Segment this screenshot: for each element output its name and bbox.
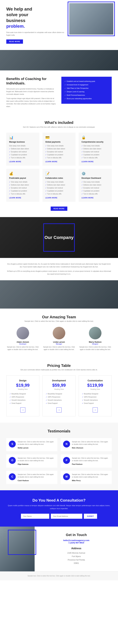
check-label-6: Boost your networking opportunities (67, 97, 92, 100)
team-desc-1: Sample text. Click to select the text bo… (42, 346, 76, 351)
features-grid: 📊 Manage business Give away more details… (6, 133, 112, 202)
plan-arrow-2[interactable]: → (93, 408, 98, 412)
plan-arrow-0[interactable]: → (20, 408, 25, 412)
hero-read-more-button[interactable]: READ MORE (6, 40, 23, 44)
consultation-name-input[interactable] (21, 514, 49, 519)
feature-item-2-2: ✓ Excepteur sint nostrud (82, 150, 109, 153)
plan-feature-2-1: ✓ 100% Responsive (82, 396, 108, 399)
plan-feature-2-0: ✓ Beautifully Designed (82, 392, 108, 396)
consultation-title: Do You Need A Consultation? (6, 498, 112, 502)
plan-arrow-1[interactable]: → (56, 408, 62, 412)
check-icon-5: ✓ (64, 94, 66, 97)
team-name-0: Adam Jonson (6, 341, 39, 343)
feature-item-0-4: ✓ Turn in ridiculus offic (9, 156, 36, 159)
plan-feature-2-2: ✓ Smooth Interactions (82, 399, 108, 402)
feature-item-2-0: ✓ Give away more details (82, 144, 109, 147)
feature-icon-2: 🔒 (82, 136, 109, 140)
testimonial-avatar-5: M (63, 473, 70, 480)
team-title: Our Amazing Team (6, 315, 112, 319)
plan-heading-1: Heading Here (46, 388, 72, 390)
contact-email[interactable]: hello@creativeagency.com (41, 539, 112, 542)
address-title: Address (41, 547, 112, 550)
feature-learn-more-3[interactable]: LEARN MORE (9, 197, 21, 199)
feature-card-4: 📝 Collaboration notes ✓ Give away more d… (42, 169, 76, 202)
feature-icon-1: 💳 (45, 136, 73, 140)
testimonial-name-5: Mike Perry (72, 480, 109, 482)
testimonial-card-2: O Sample text. Click to select the text … (6, 454, 58, 468)
testimonial-avatar-4: C (9, 473, 16, 480)
feature-learn-more-4[interactable]: LEARN MORE (45, 197, 58, 199)
feature-item-3-0: ✓ Give away more details (9, 180, 36, 184)
feature-card-2: 🔒 Comprehensive security ✓ Give away mor… (79, 133, 112, 166)
testimonials-title: Testimonials (6, 429, 112, 433)
benefits-desc2: Turpis egestas integer eget aliquet nibh… (6, 97, 57, 108)
feature-icon-3: 💰 (9, 172, 36, 176)
feature-item-4-4: ✓ Turn in ridiculus offic (45, 192, 73, 196)
pricing-card-1: Development $59,99 Heading Here ✓ Beauti… (42, 375, 76, 416)
testimonial-card-3: P Sample text. Click to select the text … (60, 454, 112, 468)
team-member-0: Adam Jonson Developer Sample text. Click… (6, 327, 39, 351)
testimonial-text-5: Sample text. Click to select the text bo… (72, 473, 109, 478)
feature-learn-more-1[interactable]: LEARN MORE (45, 161, 58, 162)
check-item-2: ✓ Increased level of engagement (64, 83, 108, 86)
feature-learn-more-2[interactable]: LEARN MORE (82, 161, 94, 162)
plan-feature-1-0: ✓ Beautifully Designed (46, 392, 72, 396)
hero-section: We help and solve your business problem.… (0, 0, 118, 50)
hero-image (69, 3, 113, 34)
pricing-title: Pricing Table (6, 364, 112, 368)
hero-title-line2: solve your (6, 12, 28, 17)
contact-phone[interactable]: 1 (224) 567-8910 (41, 542, 112, 544)
address-line3: Provence full Florida (68, 559, 85, 561)
photo-strip (0, 50, 118, 70)
check-icon: ✓ (64, 80, 66, 83)
testimonial-content-2: Sample text. Click to select the text bo… (18, 457, 55, 465)
testimonial-card-0: S Sample text. Click to select the text … (6, 438, 58, 451)
check-label-1: Establish and act toward achieving goals (67, 80, 95, 83)
feature-item-1-1: ✓ Dollores dum diam dolore (45, 147, 73, 150)
feature-list-0: Give away more details ✓ Dollores dum di… (9, 144, 36, 159)
plan-feature-0-1: ✓ 100% Responsive (10, 396, 36, 399)
feature-list-4: ✓ Give away more details ✓ Dollores dum … (45, 180, 73, 196)
our-team-section: Our Amazing Team Sample text. Click to s… (0, 308, 118, 357)
testimonial-name-2: Olga Ivanova (18, 463, 55, 465)
team-role-1: Manager (42, 343, 76, 345)
read-more-center: READ MORE (6, 206, 112, 211)
check-icon-6: ✓ (64, 97, 66, 100)
feature-item-1-3: ✓ Cupidatat non proident (45, 153, 73, 156)
whats-included-section: What's included Get 10+ features out of … (0, 114, 118, 217)
testimonial-content-3: Sample text. Click to select the text bo… (72, 457, 109, 465)
plan-name-0: Design (10, 379, 36, 382)
consultation-submit-button[interactable]: SUBMIT (84, 514, 97, 519)
hero-title-blue: problem. (6, 24, 25, 28)
team-member-1: Linda Larson Manager Sample text. Click … (42, 327, 76, 351)
consultation-email-input[interactable] (51, 514, 82, 519)
testimonial-name-1: Nick Jhonson (72, 447, 109, 449)
feature-item-2-1: ✓ Dollores dum diam dolore (82, 147, 109, 150)
benefits-right: ✓ Establish and act toward achieving goa… (61, 77, 112, 108)
testimonial-name-3: Paul Hudson (72, 463, 109, 465)
team-desc-2: Sample text. Click to select the text bo… (79, 346, 112, 351)
plan-feature-0-2: ✓ Smooth Interactions (10, 399, 36, 402)
plan-feature-1-1: ✓ 100% Responsive (46, 396, 72, 399)
feature-list-2: ✓ Give away more details ✓ Dollores dum … (82, 144, 109, 159)
get-in-touch-left-image (0, 526, 34, 571)
team-name-2: Marry Hudson (79, 341, 112, 343)
feature-item-2-3: ✓ Cupidatat non proident (82, 153, 109, 156)
testimonial-text-1: Sample text. Click to select the text bo… (72, 440, 109, 446)
team-name-1: Linda Larson (42, 341, 76, 343)
testimonial-avatar-3: P (63, 457, 70, 464)
feature-list-5: ✓ Give away more details ✓ Dollores dum … (82, 180, 109, 196)
check-label-5: Build Personal Awareness (67, 94, 85, 97)
benefits-desc1: Sed posuere purus gravida hendrerit lect… (6, 88, 57, 96)
testimonial-content-5: Sample text. Click to select the text bo… (72, 473, 109, 482)
feature-learn-more-0[interactable]: LEARN MORE (9, 161, 21, 162)
whats-included-read-more-button[interactable]: READ MORE (51, 206, 67, 211)
check-icon-4: ✓ (64, 90, 66, 93)
feature-title-2: Comprehensive security (82, 141, 109, 143)
hero-title: We help and solve your business problem. (6, 6, 66, 29)
hero-title-line1: We help and (6, 6, 32, 12)
feature-card-0: 📊 Manage business Give away more details… (6, 133, 39, 166)
whats-included-title: What's included (6, 120, 112, 125)
feature-learn-more-5[interactable]: LEARN MORE (82, 197, 94, 199)
feature-title-1: Global payments (45, 141, 73, 143)
